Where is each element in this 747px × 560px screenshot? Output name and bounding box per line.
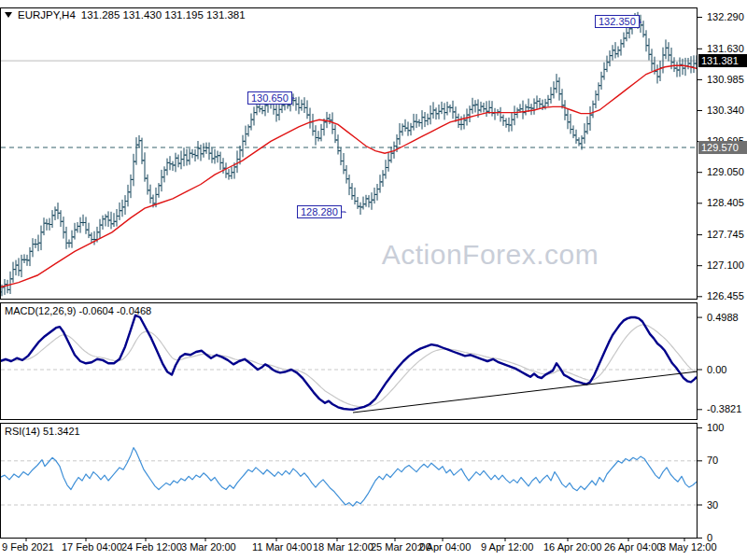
chart-window: EURJPY,H4 131.285 131.430 131.195 131.38… xyxy=(0,0,747,560)
time-tick-label: 9 Apr 12:00 xyxy=(481,541,533,553)
symbol-dropdown-icon[interactable] xyxy=(5,12,12,18)
time-tick-label: 3 Mar 20:00 xyxy=(181,541,236,553)
macd-tick-label: -0.3821 xyxy=(707,403,741,414)
price-tick-label: 128.405 xyxy=(707,197,744,208)
macd-tick-label: 0.00 xyxy=(707,364,726,375)
price-annotation-high[interactable]: 132.350 xyxy=(595,15,640,28)
time-tick-label: 9 Feb 2021 xyxy=(2,541,54,553)
rsi-tick-label: 100 xyxy=(707,422,724,433)
price-tick-label: 129.050 xyxy=(707,166,744,177)
price-tick-label: 131.630 xyxy=(707,43,744,54)
ohlc-quote: 131.285 131.430 131.195 131.381 xyxy=(81,9,246,21)
time-tick-label: 18 Mar 12:00 xyxy=(313,541,374,553)
macd-tick-label: 0.4988 xyxy=(707,312,739,323)
price-annotation-low[interactable]: 128.280 xyxy=(297,205,342,218)
chart-canvas[interactable] xyxy=(0,0,747,560)
rsi-tick-label: 70 xyxy=(707,455,718,466)
time-tick-label: 2 Apr 04:00 xyxy=(418,541,471,553)
price-tick-label: 132.290 xyxy=(707,11,744,22)
price-tick-label: 126.455 xyxy=(707,290,744,301)
symbol-label: EURJPY,H4 xyxy=(18,9,76,21)
macd-indicator-label: MACD(12,26,9) -0.0604 -0.0468 xyxy=(5,305,151,316)
chart-title-row: EURJPY,H4 131.285 131.430 131.195 131.38… xyxy=(5,9,246,21)
current-price-badge: 131.381 xyxy=(698,54,747,67)
price-tick-label: 130.340 xyxy=(707,105,744,116)
time-tick-label: 16 Apr 20:00 xyxy=(543,541,601,553)
rsi-indicator-label: RSI(14) 51.3421 xyxy=(5,426,80,437)
price-annotation-mid[interactable]: 130.650 xyxy=(247,91,292,105)
support-price-badge: 129.570 xyxy=(698,141,747,154)
time-tick-label: 11 Mar 04:00 xyxy=(252,541,312,553)
price-tick-label: 130.985 xyxy=(707,74,744,85)
time-tick-label: 26 Apr 04:00 xyxy=(604,541,662,553)
time-tick-label: 24 Feb 12:00 xyxy=(121,541,182,553)
time-tick-label: 17 Feb 04:00 xyxy=(62,541,122,553)
price-tick-label: 127.745 xyxy=(707,229,744,240)
rsi-tick-label: 30 xyxy=(707,499,718,511)
price-tick-label: 127.100 xyxy=(707,259,744,271)
time-tick-label: 3 May 12:00 xyxy=(660,541,717,553)
